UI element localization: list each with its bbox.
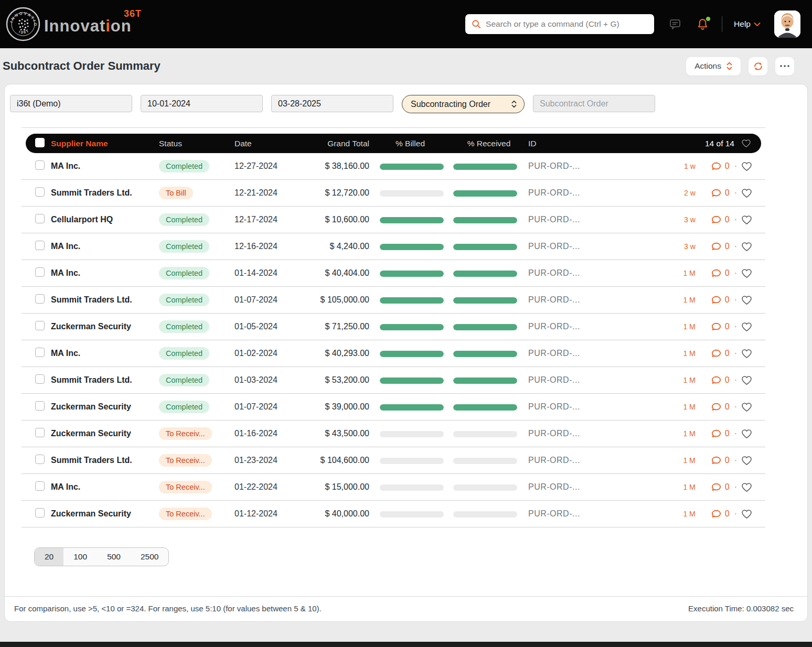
supplier-name[interactable]: Zuckerman Security	[51, 322, 159, 331]
order-id-link[interactable]: PUR-ORD-...	[528, 268, 612, 278]
order-id-link[interactable]: PUR-ORD-...	[528, 215, 612, 224]
order-id-link[interactable]: PUR-ORD-...	[528, 429, 612, 438]
row-checkbox[interactable]	[35, 160, 45, 170]
row-checkbox[interactable]	[35, 214, 45, 223]
like-heart-icon[interactable]	[742, 296, 752, 305]
comments-button[interactable]: 0	[711, 215, 730, 224]
like-heart-icon[interactable]	[742, 269, 752, 278]
column-date[interactable]: Date	[234, 139, 313, 148]
table-row[interactable]: Summit Traders Ltd. Completed 01-07-2024…	[22, 287, 765, 314]
order-id-link[interactable]: PUR-ORD-...	[528, 375, 612, 385]
refresh-button[interactable]	[749, 57, 767, 76]
comments-button[interactable]: 0	[711, 322, 730, 331]
table-row[interactable]: Summit Traders Ltd. To Receiv... 01-23-2…	[22, 447, 765, 474]
table-row[interactable]: Zuckerman Security Completed 01-07-2024 …	[22, 394, 765, 420]
row-checkbox[interactable]	[35, 241, 45, 250]
column-id[interactable]: ID	[528, 139, 612, 148]
more-menu-button[interactable]	[775, 57, 794, 76]
supplier-name[interactable]: Summit Traders Ltd.	[51, 188, 159, 198]
like-heart-icon[interactable]	[742, 510, 752, 519]
supplier-name[interactable]: Summit Traders Ltd.	[51, 375, 159, 385]
like-heart-icon[interactable]	[742, 429, 752, 438]
like-heart-icon[interactable]	[742, 403, 752, 412]
column-supplier-name[interactable]: Supplier Name	[51, 139, 159, 148]
like-heart-icon[interactable]	[742, 483, 752, 492]
company-filter[interactable]	[10, 95, 132, 112]
table-row[interactable]: MA Inc. Completed 01-14-2024 $ 40,404.00…	[22, 260, 765, 287]
to-date-filter[interactable]	[271, 95, 393, 112]
row-checkbox[interactable]	[35, 294, 45, 304]
supplier-name[interactable]: Zuckerman Security	[51, 402, 159, 412]
help-menu[interactable]: Help	[734, 19, 761, 29]
heart-icon[interactable]	[742, 139, 751, 147]
table-row[interactable]: Zuckerman Security To Receiv... 01-16-20…	[22, 420, 765, 447]
row-checkbox[interactable]	[35, 374, 45, 384]
like-heart-icon[interactable]	[742, 215, 752, 224]
order-id-link[interactable]: PUR-ORD-...	[528, 161, 612, 171]
order-id-link[interactable]: PUR-ORD-...	[528, 295, 612, 305]
order-id-link[interactable]: PUR-ORD-...	[528, 188, 612, 198]
search-input[interactable]	[486, 19, 648, 29]
comments-button[interactable]: 0	[711, 402, 730, 412]
supplier-name[interactable]: Cellularport HQ	[51, 215, 159, 224]
row-checkbox[interactable]	[35, 267, 45, 277]
supplier-name[interactable]: MA Inc.	[51, 268, 159, 278]
column-billed[interactable]: % Billed	[371, 139, 450, 148]
page-size-option[interactable]: 2500	[131, 548, 168, 566]
row-checkbox[interactable]	[35, 348, 45, 357]
global-search[interactable]	[465, 14, 654, 34]
comments-button[interactable]: 0	[711, 456, 730, 465]
supplier-name[interactable]: Zuckerman Security	[51, 509, 159, 519]
supplier-name[interactable]: Summit Traders Ltd.	[51, 456, 159, 465]
page-size-option[interactable]: 100	[63, 548, 97, 566]
user-avatar[interactable]	[774, 10, 800, 38]
order-id-link[interactable]: PUR-ORD-...	[528, 456, 612, 465]
row-checkbox[interactable]	[35, 508, 45, 517]
row-checkbox[interactable]	[35, 401, 45, 411]
row-checkbox[interactable]	[35, 455, 45, 464]
from-date-filter[interactable]	[141, 95, 263, 112]
like-heart-icon[interactable]	[742, 349, 752, 358]
notifications-bell-icon[interactable]	[696, 18, 709, 31]
page-size-option[interactable]: 500	[97, 548, 131, 566]
like-heart-icon[interactable]	[742, 189, 752, 198]
comments-button[interactable]: 0	[711, 188, 730, 198]
order-id-link[interactable]: PUR-ORD-...	[528, 349, 612, 358]
app-logo[interactable]: INNOVATION i36T Innovation36T	[5, 6, 132, 42]
page-size-option[interactable]: 20	[35, 548, 63, 566]
comments-button[interactable]: 0	[711, 349, 730, 358]
supplier-name[interactable]: MA Inc.	[51, 242, 159, 251]
comments-button[interactable]: 0	[711, 242, 730, 251]
supplier-name[interactable]: Summit Traders Ltd.	[51, 295, 159, 305]
supplier-name[interactable]: Zuckerman Security	[51, 429, 159, 438]
table-row[interactable]: MA Inc. Completed 12-27-2024 $ 38,160.00…	[22, 153, 765, 180]
table-row[interactable]: MA Inc. Completed 01-02-2024 $ 40,293.00…	[22, 340, 765, 367]
comments-button[interactable]: 0	[711, 161, 730, 171]
actions-button[interactable]: Actions	[686, 57, 741, 76]
like-heart-icon[interactable]	[742, 376, 752, 385]
row-checkbox[interactable]	[35, 481, 45, 491]
comments-button[interactable]: 0	[711, 375, 730, 385]
column-received[interactable]: % Received	[450, 139, 528, 148]
table-row[interactable]: Zuckerman Security To Receiv... 01-12-20…	[22, 501, 765, 527]
supplier-name[interactable]: MA Inc.	[51, 349, 159, 358]
row-checkbox[interactable]	[35, 428, 45, 437]
select-all-checkbox[interactable]	[35, 138, 45, 147]
comments-button[interactable]: 0	[711, 509, 730, 519]
like-heart-icon[interactable]	[742, 456, 752, 465]
table-row[interactable]: Cellularport HQ Completed 12-17-2024 $ 1…	[22, 207, 765, 233]
row-checkbox[interactable]	[35, 321, 45, 330]
supplier-name[interactable]: MA Inc.	[51, 161, 159, 171]
supplier-name[interactable]: MA Inc.	[51, 482, 159, 492]
table-row[interactable]: MA Inc. Completed 12-16-2024 $ 4,240.00 …	[22, 233, 765, 260]
row-checkbox[interactable]	[35, 187, 45, 197]
table-row[interactable]: MA Inc. To Receiv... 01-22-2024 $ 15,000…	[22, 474, 765, 501]
order-id-link[interactable]: PUR-ORD-...	[528, 322, 612, 331]
comments-button[interactable]: 0	[711, 268, 730, 278]
column-status[interactable]: Status	[159, 139, 234, 148]
table-row[interactable]: Zuckerman Security Completed 01-05-2024 …	[22, 314, 765, 340]
comments-button[interactable]: 0	[711, 295, 730, 305]
order-id-link[interactable]: PUR-ORD-...	[528, 509, 612, 519]
like-heart-icon[interactable]	[742, 242, 752, 251]
order-type-select[interactable]: Subcontracting Order	[402, 95, 525, 113]
